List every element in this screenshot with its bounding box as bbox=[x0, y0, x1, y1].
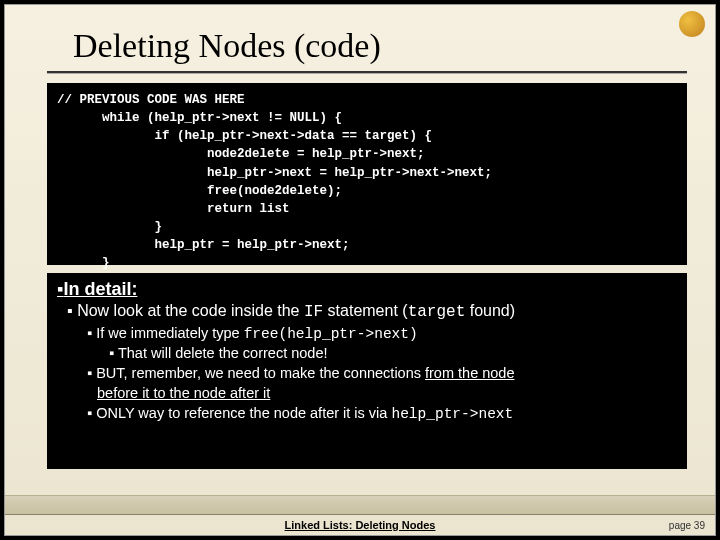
text-fragment: BUT, remember, we need to make the conne… bbox=[96, 365, 425, 381]
text-underline: from the node bbox=[425, 365, 514, 381]
code-free: free(help_ptr->next) bbox=[244, 326, 418, 342]
text-fragment: If we immediately type bbox=[96, 325, 243, 341]
detail-heading-text: In detail: bbox=[63, 279, 137, 299]
detail-box: ▪In detail: ▪ Now look at the code insid… bbox=[47, 273, 687, 469]
text-fragment: statement ( bbox=[323, 302, 407, 319]
logo-icon bbox=[679, 11, 705, 37]
bullet-now-look: ▪ Now look at the code inside the IF sta… bbox=[67, 302, 677, 321]
title-underline bbox=[47, 71, 687, 73]
code-helpptr: help_ptr->next bbox=[391, 406, 513, 422]
text-fragment: found) bbox=[465, 302, 515, 319]
footer-bar bbox=[5, 495, 715, 515]
text-fragment: That will delete the correct node! bbox=[118, 345, 328, 361]
detail-heading: ▪In detail: bbox=[57, 279, 677, 300]
text-underline: before it to the node after it bbox=[97, 385, 270, 401]
bullet-only-way: ▪ ONLY way to reference the node after i… bbox=[87, 405, 677, 422]
bullet-that-will-delete: ▪ That will delete the correct node! bbox=[109, 345, 677, 361]
text-fragment: Now look at the code inside the bbox=[77, 302, 304, 319]
page-number: page 39 bbox=[669, 520, 705, 531]
code-if: IF bbox=[304, 303, 323, 321]
bullet-but-remember: ▪ BUT, remember, we need to make the con… bbox=[87, 365, 677, 381]
footer-title: Linked Lists: Deleting Nodes bbox=[5, 519, 715, 531]
code-block: // PREVIOUS CODE WAS HERE while (help_pt… bbox=[47, 83, 687, 265]
bullet-if-immediately: ▪ If we immediately type free(help_ptr->… bbox=[87, 325, 677, 342]
text-fragment: ONLY way to reference the node after it … bbox=[96, 405, 391, 421]
bullet-but-remember-cont: before it to the node after it bbox=[97, 385, 677, 401]
slide-title: Deleting Nodes (code) bbox=[73, 27, 381, 65]
slide: Deleting Nodes (code) // PREVIOUS CODE W… bbox=[4, 4, 716, 536]
code-target: target bbox=[408, 303, 466, 321]
